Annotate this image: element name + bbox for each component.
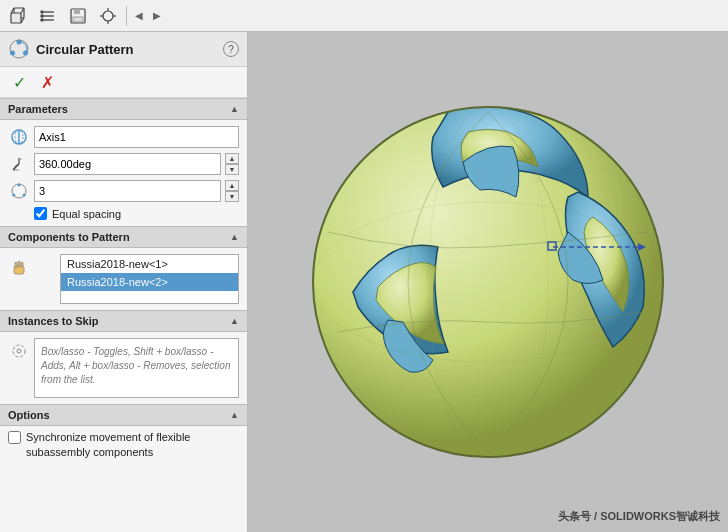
component-item-1[interactable]: Russia2018-new<1>: [61, 255, 238, 273]
options-chevron: ▲: [230, 410, 239, 420]
svg-point-9: [41, 15, 43, 17]
svg-point-37: [13, 345, 25, 357]
confirm-row: ✓ ✗: [0, 67, 247, 98]
svg-text:°: °: [20, 157, 22, 163]
list-icon: [39, 7, 57, 25]
parameters-section-header[interactable]: Parameters ▲: [0, 98, 247, 120]
svg-rect-13: [73, 17, 83, 22]
components-label: Components to Pattern: [8, 231, 130, 243]
axis-input-row: [8, 126, 239, 148]
components-section-header[interactable]: Components to Pattern ▲: [0, 226, 247, 248]
sync-option-row: Synchronize movement of flexible subasse…: [0, 426, 247, 465]
cube-icon: [9, 7, 27, 25]
angle-input[interactable]: [34, 153, 221, 175]
angle-down-button[interactable]: ▼: [225, 164, 239, 175]
skip-icon: [8, 340, 30, 362]
viewport[interactable]: 头条号 / SOLIDWORKS智诚科技: [248, 32, 728, 532]
svg-rect-34: [15, 262, 17, 268]
svg-rect-1: [11, 13, 21, 23]
options-label: Options: [8, 409, 50, 421]
equal-spacing-checkbox[interactable]: [34, 207, 47, 220]
save-icon: [69, 7, 87, 25]
svg-point-30: [18, 184, 21, 187]
skip-section-body: Box/lasso - Toggles, Shift + box/lasso -…: [0, 332, 247, 404]
parameters-section-body: ° ▲ ▼: [0, 120, 247, 226]
svg-point-8: [41, 11, 43, 13]
panel-title: Circular Pattern: [36, 42, 217, 57]
3d-viewport-svg: [248, 32, 728, 532]
count-input[interactable]: [34, 180, 221, 202]
count-up-button[interactable]: ▲: [225, 180, 239, 191]
angle-icon: °: [8, 153, 30, 175]
sync-label[interactable]: Synchronize movement of flexible subasse…: [26, 430, 239, 461]
svg-point-38: [17, 349, 21, 353]
lasso-icon: [10, 342, 28, 360]
skip-chevron: ▲: [230, 316, 239, 326]
svg-rect-36: [21, 262, 23, 267]
svg-point-14: [103, 11, 113, 21]
circular-pattern-icon: [8, 38, 30, 60]
axis-icon: [8, 126, 30, 148]
toolbar-collapse-left[interactable]: ◀: [131, 3, 147, 29]
toolbar: ◀ ▶: [0, 0, 728, 32]
skip-section-header[interactable]: Instances to Skip ▲: [0, 310, 247, 332]
count-icon: [8, 180, 30, 202]
axis-indicator-icon: [10, 128, 28, 146]
component-item-2[interactable]: Russia2018-new<2>: [61, 273, 238, 291]
parameters-label: Parameters: [8, 103, 68, 115]
angle-indicator-icon: °: [10, 155, 28, 173]
panel-header: Circular Pattern ?: [0, 32, 247, 67]
svg-rect-12: [74, 9, 80, 14]
ok-button[interactable]: ✓: [8, 71, 30, 93]
count-spinbox: ▲ ▼: [225, 180, 239, 202]
skip-area[interactable]: Box/lasso - Toggles, Shift + box/lasso -…: [34, 338, 239, 398]
target-toolbar-button[interactable]: [94, 3, 122, 29]
skip-label: Instances to Skip: [8, 315, 98, 327]
toolbar-divider: [126, 6, 127, 26]
components-list: Russia2018-new<1> Russia2018-new<2>: [60, 254, 239, 304]
equal-spacing-label[interactable]: Equal spacing: [52, 208, 121, 220]
parameters-chevron: ▲: [230, 104, 239, 114]
watermark: 头条号 / SOLIDWORKS智诚科技: [558, 509, 720, 524]
hand-icon: [10, 258, 28, 276]
left-panel: Circular Pattern ? ✓ ✗ Parameters ▲: [0, 32, 248, 532]
angle-up-button[interactable]: ▲: [225, 153, 239, 164]
cancel-button[interactable]: ✗: [36, 71, 58, 93]
cube-toolbar-button[interactable]: [4, 3, 32, 29]
svg-point-31: [23, 194, 26, 197]
crosshair-icon: [99, 7, 117, 25]
svg-point-22: [10, 51, 15, 56]
help-button[interactable]: ?: [223, 41, 239, 57]
svg-rect-35: [18, 261, 20, 267]
axis-input[interactable]: [34, 126, 239, 148]
save-toolbar-button[interactable]: [64, 3, 92, 29]
svg-point-10: [41, 19, 43, 21]
components-section-body: Russia2018-new<1> Russia2018-new<2>: [0, 248, 247, 310]
list-toolbar-button[interactable]: [34, 3, 62, 29]
angle-spinbox: ▲ ▼: [225, 153, 239, 175]
sync-checkbox[interactable]: [8, 431, 21, 444]
count-down-button[interactable]: ▼: [225, 191, 239, 202]
main-area: Circular Pattern ? ✓ ✗ Parameters ▲: [0, 32, 728, 532]
count-indicator-icon: [10, 182, 28, 200]
components-icon: [8, 256, 30, 278]
equal-spacing-row: Equal spacing: [34, 207, 239, 220]
components-chevron: ▲: [230, 232, 239, 242]
toolbar-collapse-right[interactable]: ▶: [149, 3, 165, 29]
angle-input-row: ° ▲ ▼: [8, 153, 239, 175]
count-input-row: ▲ ▼: [8, 180, 239, 202]
svg-point-32: [12, 194, 15, 197]
options-section-header[interactable]: Options ▲: [0, 404, 247, 426]
